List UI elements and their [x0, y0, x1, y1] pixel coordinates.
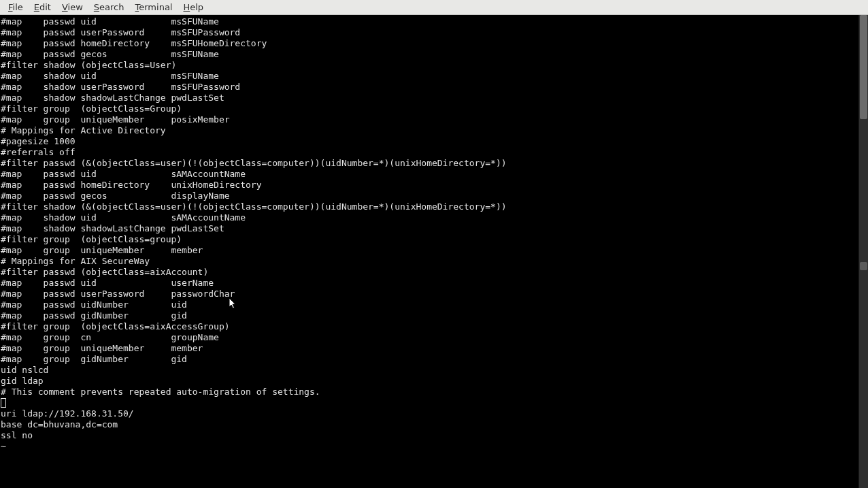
menu-terminal[interactable]: Terminal — [130, 1, 178, 14]
terminal-line: #filter passwd (&(objectClass=user)(!(ob… — [1, 158, 858, 169]
terminal-line: #filter shadow (objectClass=User) — [1, 60, 858, 71]
terminal-line: #map passwd uid msSFUName — [1, 16, 858, 27]
scrollbar[interactable] — [858, 15, 868, 488]
terminal-line: #filter group (objectClass=aixAccessGrou… — [1, 321, 858, 332]
terminal-line: #map group gidNumber gid — [1, 354, 858, 365]
terminal-line: # This comment prevents repeated auto-mi… — [1, 387, 858, 397]
terminal-line: #map passwd homeDirectory msSFUHomeDirec… — [1, 38, 858, 49]
terminal-line — [1, 397, 858, 408]
terminal-line: #map passwd homeDirectory unixHomeDirect… — [1, 180, 858, 191]
scrollbar-thumb[interactable] — [860, 15, 867, 119]
terminal-line: #filter group (objectClass=Group) — [1, 103, 858, 114]
terminal-line: # Mappings for Active Directory — [1, 125, 858, 136]
terminal-line: #map passwd gecos displayName — [1, 191, 858, 201]
terminal-line: ~ — [1, 441, 858, 452]
terminal-line: #map passwd gecos msSFUName — [1, 49, 858, 60]
terminal-line: #filter passwd (objectClass=aixAccount) — [1, 267, 858, 278]
terminal-line: #map passwd uid userName — [1, 278, 858, 289]
terminal-line: #map passwd userPassword msSFUPassword — [1, 27, 858, 38]
terminal-line: uid nslcd — [1, 365, 858, 376]
terminal-line: #map group cn groupName — [1, 332, 858, 343]
terminal-line: #map passwd userPassword passwordChar — [1, 289, 858, 299]
terminal-line: #map shadow uid sAMAccountName — [1, 212, 858, 223]
terminal-line: #referrals off — [1, 147, 858, 158]
terminal-line: #map passwd uid sAMAccountName — [1, 169, 858, 180]
terminal-window: #map passwd uid msSFUName#map passwd use… — [0, 15, 868, 488]
menu-help[interactable]: Help — [178, 1, 209, 14]
terminal-line: #pagesize 1000 — [1, 136, 858, 147]
terminal-line: uri ldap://192.168.31.50/ — [1, 408, 858, 419]
terminal-line: #map passwd uidNumber uid — [1, 299, 858, 310]
terminal-line: #map shadow shadowLastChange pwdLastSet — [1, 93, 858, 103]
menubar: File Edit View Search Terminal Help — [0, 0, 868, 15]
scrollbar-overflow-indicator — [860, 262, 867, 270]
terminal-line: #filter shadow (&(objectClass=user)(!(ob… — [1, 201, 858, 212]
terminal-line: #filter group (objectClass=group) — [1, 234, 858, 245]
menu-file[interactable]: File — [3, 1, 29, 14]
terminal-line: base dc=bhuvana,dc=com — [1, 419, 858, 430]
text-cursor — [1, 398, 6, 408]
terminal-line: #map group uniqueMember member — [1, 343, 858, 354]
menu-edit[interactable]: Edit — [29, 1, 56, 14]
terminal-line: #map shadow userPassword msSFUPassword — [1, 82, 858, 93]
terminal-line: #map passwd gidNumber gid — [1, 310, 858, 321]
terminal-line: gid ldap — [1, 376, 858, 387]
terminal-line: #map group uniqueMember posixMember — [1, 114, 858, 125]
terminal-line: ssl no — [1, 430, 858, 441]
terminal-line: #map group uniqueMember member — [1, 245, 858, 256]
terminal-line: # Mappings for AIX SecureWay — [1, 256, 858, 267]
menu-search[interactable]: Search — [88, 1, 130, 14]
menu-view[interactable]: View — [56, 1, 88, 14]
terminal-line: #map shadow shadowLastChange pwdLastSet — [1, 223, 858, 234]
terminal-line: #map shadow uid msSFUName — [1, 71, 858, 82]
terminal-content[interactable]: #map passwd uid msSFUName#map passwd use… — [0, 15, 858, 488]
